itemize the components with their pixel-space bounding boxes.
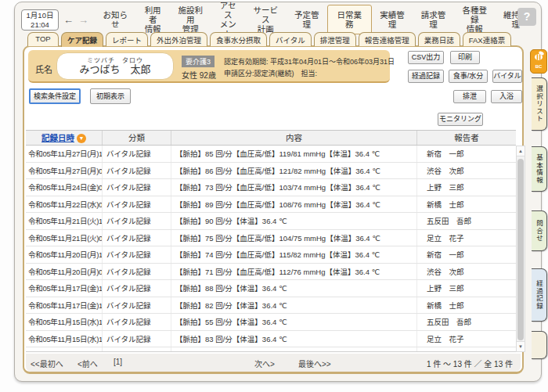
excretion-button[interactable]: 排泄 xyxy=(453,90,486,103)
cell-datetime: 令和05年11月27日(月)14:43 xyxy=(26,146,103,162)
side-tab-問合せ[interactable]: 問合せ xyxy=(532,210,547,251)
pagination-prev-link[interactable]: <前へ xyxy=(78,358,98,369)
record-row-6[interactable]: 令和05年11月21日(火)09:42バイタル記録【脈拍】75 回/分【血圧高/… xyxy=(26,230,516,247)
tab-2[interactable]: ケア記録 xyxy=(61,32,103,47)
cell-datetime: 令和05年11月13日(月)09:13 xyxy=(26,347,103,352)
clock-display: 1月10日 21:04 xyxy=(21,9,59,31)
menu-item-3[interactable]: 施設利用 管理 xyxy=(170,3,211,36)
patient-sex-age: 女性 92歳 xyxy=(182,69,216,81)
tab-4[interactable]: 外出外泊管理 xyxy=(150,32,207,46)
patient-name-box: ミツバチ タロウ みつばち 太郎 xyxy=(56,52,174,80)
record-row-2[interactable]: 令和05年11月27日(月)09:36バイタル記録【脈拍】86 回/分【血圧高/… xyxy=(26,163,516,180)
record-row-10[interactable]: 令和05年11月17日(金)10:26バイタル記録【脈拍】82 回/分【体温】3… xyxy=(26,297,516,315)
pagination-first-link[interactable]: <<最初へ xyxy=(31,358,63,369)
cell-datetime: 令和05年11月24日(金)09:57 xyxy=(26,179,103,196)
scroll-up-icon[interactable]: ▲ xyxy=(517,146,525,156)
tab-9[interactable]: 業務日誌 xyxy=(418,32,460,46)
tab-1[interactable]: TOP xyxy=(27,32,59,46)
cell-reporter: 上野 三郎 xyxy=(417,280,516,297)
side-tab-基本情報[interactable]: 基本情報 xyxy=(532,146,547,192)
tab-8[interactable]: 報告連絡管理 xyxy=(359,32,416,46)
cell-category: バイタル記録 xyxy=(103,347,171,352)
patient-info-bar: 氏名 ミツバチ タロウ みつばち 太郎 要介護3 女性 92歳 認定有効期間: … xyxy=(28,50,390,83)
progress-record-button[interactable]: 経過記録 xyxy=(408,70,444,83)
cell-content: 【脈拍】74 回/分【血圧高/低】115/82 mmHg【体温】36.4 ℃ xyxy=(171,246,417,263)
record-row-4[interactable]: 令和05年11月22日(水)09:03バイタル記録【脈拍】89 回/分【血圧高/… xyxy=(26,196,516,214)
cell-content: 【脈拍】75 回/分【血圧高/低】104/75 mmHg【体温】36.4 ℃ xyxy=(171,230,417,246)
cell-reporter: 新宿 一郎 xyxy=(417,347,516,352)
menu-item-7[interactable]: 日常業務 xyxy=(327,5,372,34)
record-row-9[interactable]: 令和05年11月17日(金)13:02バイタル記録【脈拍】88 回/分【体温】3… xyxy=(26,280,516,297)
cert-period: 認定有効期間: 平成31年04月01日～令和06年03月31日 xyxy=(224,56,395,67)
cell-reporter: 新橋 士郎 xyxy=(417,297,516,314)
print-button[interactable]: 印刷 xyxy=(450,51,480,64)
scrollbar-thumb[interactable] xyxy=(517,159,524,340)
side-tab-経過記録[interactable]: 経過記録 xyxy=(532,268,547,322)
application-category: 申請区分:認定済(継続) 担当: xyxy=(224,68,317,78)
cell-category: バイタル記録 xyxy=(103,163,171,179)
record-row-11[interactable]: 令和05年11月15日(水)17:11バイタル記録【脈拍】55 回/分【体温】3… xyxy=(26,314,516,331)
menu-item-6[interactable]: 予定管理 xyxy=(286,8,327,31)
sort-descending-icon[interactable]: ▼ xyxy=(77,134,86,143)
cell-reporter: 五反田 吾郎 xyxy=(417,314,516,330)
record-row-13[interactable]: 令和05年11月13日(月)09:13バイタル記録【脈拍】42 回/分【体温】3… xyxy=(26,347,516,352)
search-condition-button[interactable]: 検索条件設定 xyxy=(29,88,81,104)
cell-content: 【脈拍】89 回/分【血圧高/低】108/76 mmHg【体温】36.4 ℃ xyxy=(171,196,417,213)
menu-item-10[interactable]: 各種登録 情報 xyxy=(454,3,496,36)
pagination-current-page: [1] xyxy=(114,358,122,366)
app-window: 1月10日 21:04 ← → お知らせ利用者 情報施設利用 管理アセス メント… xyxy=(14,2,542,382)
clock-date: 1月10日 xyxy=(22,11,58,20)
record-datetime-sort-link[interactable]: 記録日時 xyxy=(41,133,74,142)
header-record-datetime[interactable]: 記録日時▼ xyxy=(26,131,103,145)
record-row-7[interactable]: 令和05年11月20日(月)13:49バイタル記録【脈拍】74 回/分【血圧高/… xyxy=(26,246,516,264)
cell-reporter: 足立 花子 xyxy=(417,230,516,246)
initial-display-button[interactable]: 初期表示 xyxy=(90,88,131,104)
vital-button[interactable]: バイタル xyxy=(492,70,522,83)
bee-icon-label: BC xyxy=(531,64,546,69)
cell-reporter: 足立 花子 xyxy=(417,331,516,347)
record-row-1[interactable]: 令和05年11月27日(月)14:43バイタル記録【脈拍】85 回/分【血圧高/… xyxy=(26,146,516,163)
record-row-8[interactable]: 令和05年11月20日(月)09:43バイタル記録【脈拍】71 回/分【血圧高/… xyxy=(26,264,516,281)
menu-item-1[interactable]: お知らせ xyxy=(95,8,135,31)
record-row-5[interactable]: 令和05年11月21日(火)13:25バイタル記録【脈拍】90 回/分【体温】3… xyxy=(26,213,516,230)
side-tab-選択リスト[interactable]: 選択リスト xyxy=(532,77,547,131)
tab-10[interactable]: FAX連絡票 xyxy=(463,32,511,46)
scroll-down-icon[interactable]: ▼ xyxy=(517,341,525,351)
pagination-next-link[interactable]: 次へ> xyxy=(254,358,275,369)
table-scrollbar[interactable]: ▲ ▼ xyxy=(516,146,525,352)
bee-app-icon[interactable]: BC xyxy=(530,49,547,74)
forward-arrow-icon[interactable]: → xyxy=(78,14,88,26)
record-row-12[interactable]: 令和05年11月15日(水)13:31バイタル記録【脈拍】83 回/分【体温】3… xyxy=(26,331,516,348)
menu-item-9[interactable]: 請求管理 xyxy=(413,8,454,31)
menu-item-8[interactable]: 実績管理 xyxy=(372,8,413,31)
cell-reporter: 新橋 士郎 xyxy=(417,196,516,213)
records-table: 記録日時▼ 分類 内容 報告者 令和05年11月27日(月)14:43バイタル記… xyxy=(26,130,516,352)
cell-reporter: 新宿 一郎 xyxy=(417,146,516,162)
records-table-header: 記録日時▼ 分類 内容 報告者 xyxy=(26,130,516,146)
tab-6[interactable]: バイタル xyxy=(269,32,312,46)
bath-button[interactable]: 入浴 xyxy=(491,90,522,103)
pagination-bar: <<最初へ <前へ [1] 次へ> 最後へ>> 1 件 ～ 13 件 ／ 全 1… xyxy=(26,354,521,372)
cell-content: 【脈拍】83 回/分【体温】36.4 ℃ xyxy=(171,331,417,347)
tab-5[interactable]: 食事水分摂取 xyxy=(210,32,267,46)
back-arrow-icon[interactable]: ← xyxy=(63,14,74,26)
side-tab-blank-5[interactable] xyxy=(532,331,547,359)
clock-time: 21:04 xyxy=(22,20,58,30)
menu-item-2[interactable]: 利用者 情報 xyxy=(135,3,169,36)
monitoring-button[interactable]: モニタリング xyxy=(438,113,483,126)
header-content: 内容 xyxy=(171,131,417,145)
cell-datetime: 令和05年11月15日(水)13:31 xyxy=(26,331,103,347)
meal-water-button[interactable]: 食事/水分 xyxy=(449,70,488,83)
tab-7[interactable]: 排泄管理 xyxy=(314,32,356,46)
cell-reporter: 上野 三郎 xyxy=(417,179,516,196)
cell-content: 【脈拍】82 回/分【体温】36.4 ℃ xyxy=(171,297,417,314)
csv-export-button[interactable]: CSV出力 xyxy=(408,51,444,64)
tab-3[interactable]: レポート xyxy=(106,32,148,46)
record-row-3[interactable]: 令和05年11月24日(金)09:57バイタル記録【脈拍】73 回/分【血圧高/… xyxy=(26,179,516,196)
cell-datetime: 令和05年11月17日(金)10:26 xyxy=(26,297,103,314)
cell-datetime: 令和05年11月17日(金)13:02 xyxy=(26,280,103,297)
cell-category: バイタル記録 xyxy=(103,230,171,246)
menu-item-5[interactable]: サービス 計画 xyxy=(245,3,287,36)
pagination-last-link[interactable]: 最後へ>> xyxy=(298,358,331,369)
care-record-panel: 氏名 ミツバチ タロウ みつばち 太郎 要介護3 女性 92歳 認定有効期間: … xyxy=(23,45,524,374)
